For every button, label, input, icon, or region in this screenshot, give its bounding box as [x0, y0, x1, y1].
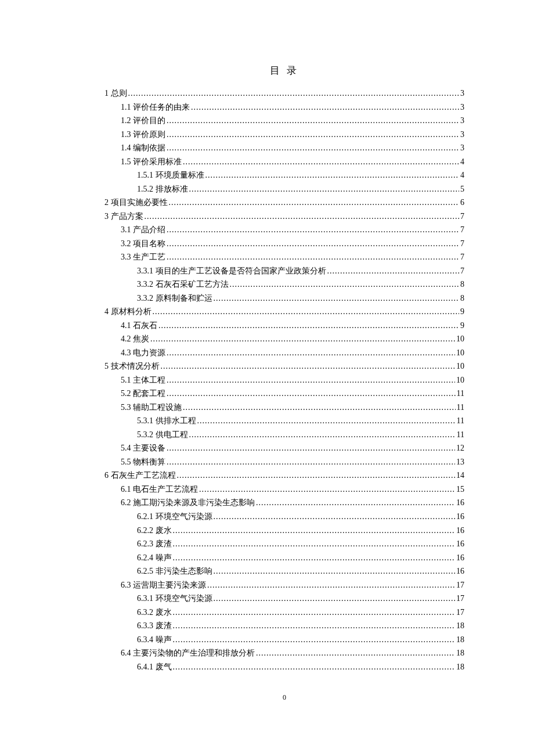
toc-leader-dots — [327, 264, 460, 278]
page-number-footer: 0 — [104, 693, 464, 702]
toc-entry[interactable]: 5.5 物料衡算13 — [104, 455, 464, 469]
toc-entry-page: 6 — [459, 196, 464, 210]
toc-entry-label: 5.3.1 供排水工程 — [137, 414, 197, 428]
toc-entry[interactable]: 6.2.4 噪声16 — [104, 551, 464, 565]
toc-leader-dots — [214, 291, 460, 305]
toc-entry-page: 10 — [455, 332, 464, 346]
toc-entry-page: 7 — [459, 223, 464, 237]
toc-leader-dots — [167, 114, 459, 128]
toc-entry[interactable]: 3.3.2 原料制备和贮运8 — [104, 291, 464, 305]
toc-leader-dots — [167, 346, 455, 360]
toc-leader-dots — [150, 332, 455, 346]
toc-entry-label: 6.3 运营期主要污染来源 — [121, 578, 207, 592]
toc-entry-label: 6.4.1 废气 — [137, 660, 173, 674]
toc-entry-page: 9 — [459, 305, 464, 319]
toc-entry-page: 7 — [459, 237, 464, 251]
toc-entry[interactable]: 6.2 施工期污染来源及非污染生态影响16 — [104, 496, 464, 510]
toc-entry-label: 4 原材料分析 — [104, 305, 153, 319]
toc-leader-dots — [177, 469, 456, 483]
toc-entry[interactable]: 6.3 运营期主要污染来源17 — [104, 578, 464, 592]
toc-entry-page: 17 — [455, 592, 464, 606]
toc-entry[interactable]: 4.1 石灰石9 — [104, 319, 464, 333]
toc-entry[interactable]: 6.3.1 环境空气污染源17 — [104, 592, 464, 606]
toc-entry-label: 5.3.2 供电工程 — [137, 428, 189, 442]
toc-entry[interactable]: 1.1 评价任务的由来3 — [104, 100, 464, 114]
toc-leader-dots — [214, 510, 456, 524]
toc-leader-dots — [167, 387, 456, 401]
toc-entry[interactable]: 6.4 主要污染物的产生治理和排放分析18 — [104, 646, 464, 660]
toc-entry-label: 6.3.4 噪声 — [137, 633, 173, 647]
toc-entry[interactable]: 5 技术情况分析10 — [104, 359, 464, 373]
toc-entry-label: 3.3.2 原料制备和贮运 — [137, 291, 214, 305]
toc-entry[interactable]: 5.3 辅助工程设施11 — [104, 401, 464, 415]
toc-entry[interactable]: 6.3.2 废水17 — [104, 606, 464, 620]
toc-entry-label: 4.2 焦炭 — [121, 332, 150, 346]
toc-entry[interactable]: 5.4 主要设备12 — [104, 441, 464, 455]
toc-entry[interactable]: 5.3.1 供排水工程11 — [104, 414, 464, 428]
toc-entry-page: 3 — [459, 114, 464, 128]
toc-entry[interactable]: 1 总则3 — [104, 87, 464, 100]
toc-entry-label: 1.2 评价目的 — [121, 114, 167, 128]
toc-entry[interactable]: 3.2 项目名称7 — [104, 237, 464, 251]
toc-leader-dots — [173, 537, 456, 551]
document-page: 目 录 1 总则31.1 评价任务的由来31.2 评价目的31.3 评价原则31… — [0, 0, 534, 725]
toc-entry[interactable]: 6.3.4 噪声18 — [104, 633, 464, 647]
toc-leader-dots — [214, 592, 456, 606]
toc-leader-dots — [183, 155, 459, 169]
toc-entry[interactable]: 5.2 配套工程11 — [104, 387, 464, 401]
toc-entry[interactable]: 6.2.2 废水16 — [104, 524, 464, 538]
toc-entry[interactable]: 6.2.1 环境空气污染源16 — [104, 510, 464, 524]
toc-entry-page: 18 — [455, 633, 464, 647]
toc-entry[interactable]: 1.5.1 环境质量标准4 — [104, 168, 464, 182]
toc-leader-dots — [167, 141, 459, 155]
toc-entry[interactable]: 5.1 主体工程10 — [104, 373, 464, 387]
toc-leader-dots — [167, 237, 459, 251]
toc-entry-page: 16 — [455, 564, 464, 578]
toc-entry[interactable]: 3.1 产品介绍7 — [104, 223, 464, 237]
toc-entry[interactable]: 4 原材料分析9 — [104, 305, 464, 319]
toc-entry-page: 7 — [459, 250, 464, 264]
toc-entry[interactable]: 6.4.1 废气18 — [104, 660, 464, 674]
toc-entry-page: 16 — [455, 510, 464, 524]
toc-entry[interactable]: 3.3.1 项目的生产工艺设备是否符合国家产业政策分析7 — [104, 264, 464, 278]
toc-entry-label: 3 产品方案 — [104, 210, 145, 224]
toc-entry-label: 6.2.1 环境空气污染源 — [137, 510, 214, 524]
toc-entry[interactable]: 1.5 评价采用标准4 — [104, 155, 464, 169]
toc-entry-label: 3.1 产品介绍 — [121, 223, 167, 237]
toc-entry[interactable]: 3 产品方案7 — [104, 210, 464, 224]
toc-entry-label: 5.4 主要设备 — [121, 441, 167, 455]
toc-entry-page: 11 — [456, 387, 464, 401]
toc-entry[interactable]: 6 石灰生产工艺流程14 — [104, 469, 464, 483]
toc-leader-dots — [145, 210, 460, 224]
toc-entry-label: 5.5 物料衡算 — [121, 455, 167, 469]
toc-entry-page: 4 — [459, 168, 464, 182]
toc-entry[interactable]: 4.3 电力资源10 — [104, 346, 464, 360]
toc-entry[interactable]: 6.2.5 非污染生态影响16 — [104, 564, 464, 578]
toc-entry[interactable]: 6.1 电石生产工艺流程15 — [104, 483, 464, 496]
toc-entry[interactable]: 5.3.2 供电工程11 — [104, 428, 464, 442]
toc-leader-dots — [189, 182, 460, 196]
toc-entry[interactable]: 3.3 生产工艺7 — [104, 250, 464, 264]
toc-entry-label: 6.1 电石生产工艺流程 — [121, 483, 199, 496]
toc-entry-page: 13 — [455, 455, 464, 469]
toc-entry[interactable]: 6.3.3 废渣18 — [104, 619, 464, 633]
toc-entry[interactable]: 3.3.2 石灰石采矿工艺方法8 — [104, 278, 464, 291]
toc-entry[interactable]: 2 项目实施必要性6 — [104, 196, 464, 210]
toc-entry[interactable]: 1.2 评价目的3 — [104, 114, 464, 128]
toc-entry-page: 16 — [455, 524, 464, 538]
toc-entry[interactable]: 6.2.3 废渣16 — [104, 537, 464, 551]
toc-entry-label: 3.3.1 项目的生产工艺设备是否符合国家产业政策分析 — [137, 264, 327, 278]
toc-entry[interactable]: 1.4 编制依据3 — [104, 141, 464, 155]
toc-leader-dots — [191, 100, 459, 114]
toc-leader-dots — [197, 414, 456, 428]
toc-entry-label: 1.5 评价采用标准 — [121, 155, 183, 169]
toc-entry[interactable]: 1.3 评价原则3 — [104, 128, 464, 142]
toc-leader-dots — [161, 359, 456, 373]
toc-entry-page: 8 — [459, 278, 464, 291]
toc-leader-dots — [169, 196, 460, 210]
toc-leader-dots — [158, 319, 459, 333]
toc-entry[interactable]: 1.5.2 排放标准5 — [104, 182, 464, 196]
toc-entry-page: 5 — [459, 182, 464, 196]
toc-entry[interactable]: 4.2 焦炭10 — [104, 332, 464, 346]
toc-leader-dots — [167, 441, 455, 455]
